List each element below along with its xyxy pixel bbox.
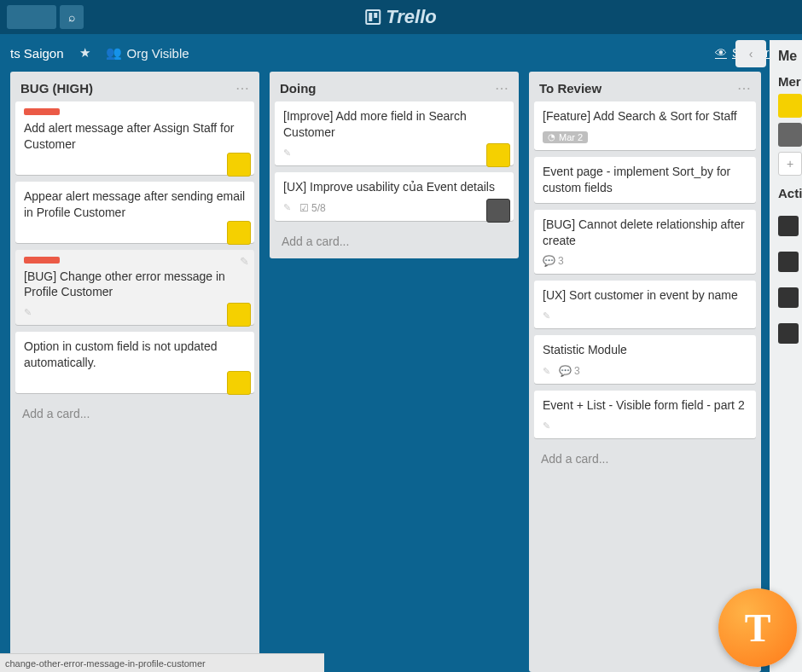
pencil-icon: ✎ <box>543 310 550 322</box>
pencil-icon: ✎ <box>543 366 550 377</box>
add-card-button[interactable]: Add a card... <box>15 398 254 431</box>
list-menu-icon[interactable]: ⋯ <box>235 80 249 96</box>
pencil-icon: ✎ <box>283 148 291 159</box>
visibility-label: Org Visible <box>127 46 189 61</box>
card-title: Option in custom field is not updated au… <box>24 339 246 371</box>
checklist-badge: ☑ 5/8 <box>299 202 326 214</box>
card-title: [BUG] Cannot delete relationship after c… <box>543 217 747 249</box>
search-button[interactable]: ⌕ <box>60 5 84 29</box>
card-title: Add alert message after Assign Staff for… <box>24 120 246 153</box>
member-avatar <box>486 143 510 167</box>
star-icon[interactable]: ★ <box>79 45 90 61</box>
members-heading: Mer <box>778 74 799 89</box>
activity-avatar <box>778 216 799 236</box>
add-card-button[interactable]: Add a card... <box>275 226 514 258</box>
member-avatar <box>227 371 251 395</box>
card-title: Appear alert message after sending email… <box>24 188 246 221</box>
card[interactable]: [Improve] Add more field in Search Custo… <box>275 101 514 165</box>
list-menu-icon[interactable]: ⋯ <box>737 80 751 96</box>
comments-badge: 💬 3 <box>559 365 580 377</box>
card[interactable]: ✎ [BUG] Change other error message in Pr… <box>15 250 254 326</box>
card[interactable]: [BUG] Cannot delete relationship after c… <box>534 210 756 275</box>
brand-logo[interactable]: Trello <box>365 6 437 28</box>
show-menu-button[interactable]: ‹ <box>735 40 766 67</box>
search-input[interactable] <box>7 5 56 29</box>
card[interactable]: [UX] Improve usability của Event details… <box>275 172 514 221</box>
card[interactable]: Event page - implement Sort_by for custo… <box>534 157 756 203</box>
board-menu-panel: Me Mer + Acti <box>770 40 802 672</box>
member-avatar[interactable] <box>778 94 802 118</box>
member-avatar <box>486 199 510 223</box>
card-list: [Improve] Add more field in Search Custo… <box>275 101 514 226</box>
pencil-icon: ✎ <box>283 202 291 213</box>
clock-icon: ◔ <box>548 132 555 142</box>
eye-icon: 👁 <box>715 46 727 60</box>
card[interactable]: Option in custom field is not updated au… <box>15 332 254 393</box>
activity-avatar <box>778 252 799 272</box>
card[interactable]: Appear alert message after sending email… <box>15 182 254 243</box>
card[interactable]: [Feature] Add Search & Sort for Staff ◔M… <box>534 101 756 150</box>
add-card-button[interactable]: Add a card... <box>534 443 756 476</box>
card-title: Event + List - Visible form field - part… <box>543 397 747 414</box>
card-title: [UX] Sort customer in event by name <box>543 287 747 304</box>
watermark-badge: T <box>718 588 797 667</box>
label-red <box>24 257 60 264</box>
status-text: change-other-error-message-in-profile-cu… <box>5 658 206 669</box>
card-title: [UX] Improve usability của Event details <box>283 179 505 195</box>
member-avatar[interactable] <box>778 123 802 147</box>
member-avatar <box>227 303 251 327</box>
card-list: [Feature] Add Search & Sort for Staff ◔M… <box>534 101 756 443</box>
card[interactable]: Statistic Module ✎💬 3 <box>534 335 756 384</box>
card-list: Add alert message after Assign Staff for… <box>15 101 254 398</box>
card-title: [BUG] Change other error message in Prof… <box>24 269 246 301</box>
card-title: Event page - implement Sort_by for custo… <box>543 164 747 196</box>
card-title: Statistic Module <box>543 342 747 358</box>
list-to-review: To Review ⋯ [Feature] Add Search & Sort … <box>529 72 761 672</box>
search-icon: ⌕ <box>68 10 75 24</box>
list-doing: Doing ⋯ [Improve] Add more field in Sear… <box>270 72 519 258</box>
list-title[interactable]: Doing <box>280 81 317 96</box>
list-title[interactable]: To Review <box>539 81 602 96</box>
card[interactable]: [UX] Sort customer in event by name ✎ <box>534 281 756 328</box>
board-name[interactable]: ts Saigon <box>10 46 64 61</box>
card[interactable]: Add alert message after Assign Staff for… <box>15 101 254 175</box>
pencil-icon: ✎ <box>24 307 32 318</box>
due-date-badge: ◔Mar 2 <box>543 131 588 143</box>
board-bar: ts Saigon ★ 👥 Org Visible 👁 Subscribed <box>0 34 802 72</box>
brand-name: Trello <box>386 6 437 28</box>
member-avatar <box>227 221 251 245</box>
card[interactable]: Event + List - Visible form field - part… <box>534 391 756 438</box>
pencil-icon: ✎ <box>543 420 550 432</box>
card-title: [Feature] Add Search & Sort for Staff <box>543 108 747 125</box>
list-title[interactable]: BUG (HIGH) <box>20 81 93 96</box>
edit-icon[interactable]: ✎ <box>240 255 249 268</box>
status-bar: change-other-error-message-in-profile-cu… <box>0 653 324 672</box>
app-root: ⌕ Trello ts Saigon ★ 👥 Org Visible 👁 Sub… <box>0 0 802 672</box>
member-avatar <box>227 153 251 177</box>
list-bug-high: BUG (HIGH) ⋯ Add alert message after Ass… <box>10 72 259 672</box>
comments-badge: 💬 3 <box>543 255 564 267</box>
activity-avatar <box>778 323 799 344</box>
activity-avatar <box>778 287 799 308</box>
visibility-button[interactable]: 👥 Org Visible <box>106 45 189 61</box>
group-icon: 👥 <box>106 45 122 61</box>
menu-title: Me <box>778 49 799 64</box>
board-canvas[interactable]: ⋯ BUG (HIGH) ⋯ Add alert message after A… <box>0 72 802 672</box>
add-member-button[interactable]: + <box>778 152 802 176</box>
activity-heading: Acti <box>778 186 799 200</box>
label-red <box>24 108 60 115</box>
trello-icon <box>365 9 381 25</box>
top-bar: ⌕ Trello <box>0 0 802 34</box>
list-menu-icon[interactable]: ⋯ <box>495 80 509 96</box>
card-title: [Improve] Add more field in Search Custo… <box>283 108 505 141</box>
